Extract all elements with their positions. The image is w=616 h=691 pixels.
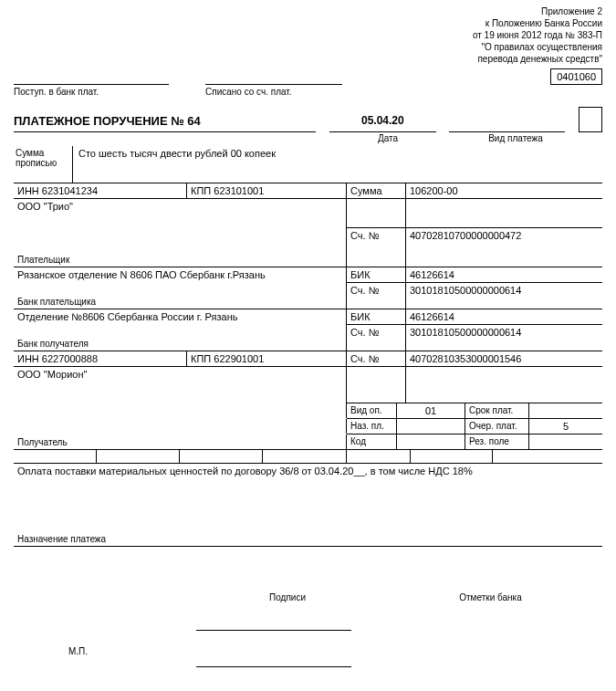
rec-label: Получатель (17, 437, 68, 447)
regulation-header: Приложение 2 к Положению Банка России от… (473, 5, 602, 65)
date-label: Дата (324, 133, 452, 143)
payer-acc-label: Сч. № (347, 228, 406, 267)
signatures-label: Подписи (196, 592, 379, 602)
srok-label: Срок плат. (465, 403, 529, 419)
rec-kpp: КПП 622901001 (187, 351, 347, 366)
ocher-label: Очер. плат. (465, 419, 529, 434)
rec-name: ООО "Морион" (14, 367, 347, 403)
hdr-l2: к Положению Банка России (473, 17, 602, 29)
footer-labels: Подписи Отметки банка (14, 592, 602, 602)
sum-label: Сумма (347, 183, 406, 198)
payer-acc-value: 40702810700000000472 (406, 228, 602, 267)
payer-name: ООО "Трио" (14, 199, 347, 228)
document-title: ПЛАТЕЖНОЕ ПОРУЧЕНИЕ № 64 (14, 114, 316, 132)
purpose-text: Оплата поставки материальных ценностей п… (17, 466, 599, 476)
bank-marks-label: Отметки банка (379, 592, 602, 602)
signature-line-2 (196, 666, 351, 667)
stamp-received: Поступ. в банк плат. (14, 84, 169, 97)
sum-in-words-row: Сумма прописью Сто шесть тысяч двести ру… (14, 146, 602, 183)
rez-label: Рез. поле (465, 434, 529, 449)
payer-inn: ИНН 6231041234 (14, 183, 187, 198)
payer-bank-acc: 30101810500000000614 (406, 283, 602, 309)
rec-bank-name: Отделение №8606 Сбербанка России г. Ряза… (14, 309, 347, 325)
payer-bank-acc-label: Сч. № (347, 283, 406, 309)
rec-bank-acc-label: Сч. № (347, 325, 406, 351)
payer-bank-bik-label: БИК (347, 267, 406, 283)
rec-bank-acc: 30101810500000000614 (406, 325, 602, 351)
rec-bank-label: Банк получателя (17, 339, 89, 349)
hdr-l1: Приложение 2 (473, 5, 602, 17)
rec-acc-label: Сч. № (347, 351, 406, 366)
main-grid: ИНН 6231041234 КПП 623101001 Сумма 10620… (14, 183, 602, 547)
type-label: Вид платежа (461, 133, 570, 143)
naz-pl-label: Наз. пл. (347, 419, 397, 434)
rec-acc-value: 40702810353000001546 (406, 351, 602, 366)
ocher-value: 5 (529, 419, 602, 434)
hdr-l4: "О правилах осуществления (473, 41, 602, 53)
sum-words-value: Сто шесть тысяч двести рублей 00 копеек (73, 146, 602, 183)
hdr-l3: от 19 июня 2012 года № 383-П (473, 29, 602, 41)
hdr-l5: перевода денежных средств" (473, 53, 602, 65)
payer-kpp: КПП 623101001 (187, 183, 347, 198)
payment-type (449, 114, 565, 132)
payer-bank-name: Рязанское отделение N 8606 ПАО Сбербанк … (14, 267, 347, 283)
document-date: 05.04.20 (329, 114, 436, 132)
mp-label: М.П. (68, 646, 88, 656)
vid-op-label: Вид оп. (347, 403, 397, 419)
sum-value: 106200-00 (406, 183, 602, 198)
title-row: ПЛАТЕЖНОЕ ПОРУЧЕНИЕ № 64 05.04.20 (14, 114, 602, 132)
title-box (579, 107, 602, 132)
payment-order-document: Приложение 2 к Положению Банка России от… (0, 0, 616, 691)
sum-words-label: Сумма прописью (14, 146, 73, 183)
rec-inn: ИНН 6227000888 (14, 351, 187, 366)
purpose-label: Назначение платежа (17, 534, 106, 544)
payer-label: Плательщик (17, 255, 69, 265)
payer-bank-bik: 46126614 (406, 267, 602, 283)
form-code: 0401060 (550, 68, 602, 85)
rec-bank-bik-label: БИК (347, 309, 406, 325)
rec-bank-bik: 46126614 (406, 309, 602, 325)
signature-line-1 (196, 630, 351, 631)
payer-bank-label: Банк плательщика (17, 297, 96, 307)
kod-label: Код (347, 434, 397, 449)
stamp-debited: Списано со сч. плат. (205, 84, 342, 97)
vid-op-value: 01 (397, 403, 465, 419)
